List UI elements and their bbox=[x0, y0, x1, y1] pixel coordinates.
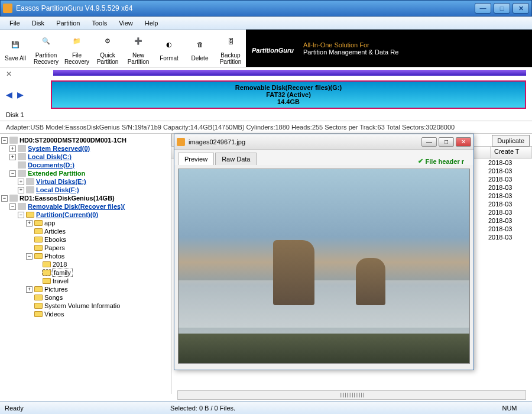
col-created[interactable]: Create T bbox=[491, 147, 532, 158]
tree-subfolder[interactable]: travel bbox=[53, 277, 69, 284]
folder-icon bbox=[34, 220, 43, 226]
folder-icon bbox=[43, 278, 51, 284]
nav-prev-icon[interactable]: ◀ bbox=[6, 90, 12, 99]
tree-vdisks[interactable]: Virtual Disks(E:) bbox=[36, 178, 86, 185]
close-button[interactable]: ✕ bbox=[512, 3, 529, 14]
status-num: NUM bbox=[492, 405, 527, 412]
disk-info-line: Adapter:USB Model:EassosDiskGenius S/N:1… bbox=[0, 121, 532, 134]
format-button[interactable]: ◐Format bbox=[154, 30, 184, 67]
tree-extended[interactable]: Extended Partition bbox=[28, 170, 85, 177]
hdd-icon bbox=[9, 195, 18, 202]
tree-hd0[interactable]: HD0:ST2000DMST2000DM001-1CH bbox=[20, 137, 126, 144]
app-icon bbox=[3, 4, 12, 13]
disk-usage-bar bbox=[53, 70, 526, 76]
backup-partition-button[interactable]: 🗄Backup Partition bbox=[215, 30, 246, 67]
new-partition-button[interactable]: ➕New Partition bbox=[123, 30, 154, 67]
preview-window[interactable]: images0249671.jpg — □ ✕ Preview Raw Data… bbox=[174, 134, 474, 370]
folder-icon bbox=[34, 311, 43, 317]
save-all-icon: 💾 bbox=[6, 35, 25, 54]
preview-titlebar[interactable]: images0249671.jpg — □ ✕ bbox=[174, 134, 473, 150]
partition-box[interactable]: Removable Disk(Recover files)(G:) FAT32 … bbox=[51, 80, 526, 109]
tree-folder[interactable]: app bbox=[44, 219, 55, 227]
preview-tab-preview[interactable]: Preview bbox=[178, 153, 214, 165]
tree-folder[interactable]: Pictures bbox=[44, 286, 68, 293]
duplicate-button[interactable]: Duplicate bbox=[492, 135, 530, 147]
maximize-button[interactable]: □ bbox=[494, 3, 510, 14]
tree-localc[interactable]: Local Disk(C:) bbox=[28, 153, 72, 160]
menu-partition[interactable]: Partition bbox=[50, 18, 86, 28]
tree-subfolder-selected[interactable]: family bbox=[53, 269, 72, 276]
preview-close-button[interactable]: ✕ bbox=[456, 137, 471, 147]
disk-tree[interactable]: −HD0:ST2000DMST2000DM001-1CH +System Res… bbox=[0, 134, 171, 394]
drive-icon bbox=[26, 178, 34, 185]
folder-icon bbox=[34, 303, 43, 309]
partition-recovery-button[interactable]: 🔍Partition Recovery bbox=[31, 30, 61, 67]
disk-visual-area: ✕ ◀ ▶ Removable Disk(Recover files)(G:) … bbox=[0, 67, 532, 121]
horizontal-scrollbar[interactable] bbox=[177, 390, 526, 400]
folder-icon bbox=[34, 286, 43, 292]
drive-icon bbox=[18, 203, 26, 210]
file-recovery-icon: 📁 bbox=[67, 32, 86, 51]
nav-next-icon[interactable]: ▶ bbox=[17, 90, 24, 99]
brand-banner: PartitionGuru All-In-One Solution ForPar… bbox=[246, 30, 532, 67]
menu-file[interactable]: File bbox=[4, 18, 26, 28]
menu-view[interactable]: View bbox=[113, 18, 139, 28]
menu-disk[interactable]: Disk bbox=[26, 18, 50, 28]
backup-icon: 🗄 bbox=[221, 32, 240, 51]
tree-sysres[interactable]: System Reserved(0) bbox=[28, 145, 90, 152]
save-all-button[interactable]: 💾Save All bbox=[0, 30, 31, 67]
menu-tools[interactable]: Tools bbox=[86, 18, 113, 28]
tree-partition-current[interactable]: Partition(Current)(0) bbox=[36, 211, 98, 218]
status-ready: Ready bbox=[5, 405, 170, 412]
tree-rd1[interactable]: RD1:EassosDiskGenius(14GB) bbox=[20, 195, 115, 202]
tree-folder[interactable]: Videos bbox=[44, 310, 64, 318]
folder-icon bbox=[26, 212, 34, 218]
tree-folder[interactable]: Songs bbox=[44, 294, 63, 301]
window-title: Eassos PartitionGuru V4.9.5.529 x64 bbox=[16, 4, 475, 12]
tree-folder[interactable]: System Volume Informatio bbox=[44, 302, 120, 309]
tree-folder[interactable]: Papers bbox=[44, 244, 65, 251]
preview-minimize-button[interactable]: — bbox=[421, 137, 437, 147]
file-header-status: ✔ File header r bbox=[418, 157, 470, 165]
menu-bar: File Disk Partition Tools View Help bbox=[0, 17, 532, 30]
status-bar: Ready Selected: 0 B / 0 Files. NUM bbox=[0, 401, 532, 414]
quick-partition-button[interactable]: ⚙Quick Partition bbox=[92, 30, 123, 67]
format-icon: ◐ bbox=[160, 35, 179, 54]
close-panel-icon[interactable]: ✕ bbox=[6, 70, 12, 78]
drive-icon bbox=[18, 161, 26, 169]
quick-partition-icon: ⚙ bbox=[98, 32, 117, 51]
preview-maximize-button[interactable]: □ bbox=[439, 137, 454, 147]
folder-icon bbox=[34, 237, 43, 242]
expand-icon[interactable]: − bbox=[1, 137, 8, 144]
tree-removable[interactable]: Removable Disk(Recover files)( bbox=[28, 203, 125, 210]
drive-icon bbox=[18, 145, 26, 152]
tree-docs[interactable]: Documents(D:) bbox=[28, 161, 74, 169]
folder-icon bbox=[43, 270, 51, 276]
folder-icon bbox=[34, 228, 43, 234]
check-icon: ✔ bbox=[418, 157, 423, 165]
folder-icon bbox=[34, 253, 43, 259]
preview-tab-rawdata[interactable]: Raw Data bbox=[215, 153, 257, 165]
menu-help[interactable]: Help bbox=[139, 18, 164, 28]
tree-folder-photos[interactable]: Photos bbox=[44, 253, 64, 260]
drive-icon bbox=[18, 170, 26, 177]
status-selected: Selected: 0 B / 0 Files. bbox=[170, 405, 492, 412]
file-recovery-button[interactable]: 📁File Recovery bbox=[61, 30, 92, 67]
tree-subfolder[interactable]: 2018 bbox=[53, 261, 67, 268]
tree-localf[interactable]: Local Disk(F:) bbox=[36, 186, 79, 193]
folder-icon bbox=[34, 245, 43, 251]
drive-icon bbox=[18, 153, 26, 160]
folder-icon bbox=[34, 295, 43, 300]
magnifier-icon: 🔍 bbox=[37, 32, 56, 51]
tree-folder[interactable]: Articles bbox=[44, 228, 66, 235]
drive-icon bbox=[26, 186, 34, 193]
disk-label: Disk 1 bbox=[6, 111, 526, 118]
preview-tabs: Preview Raw Data ✔ File header r bbox=[174, 150, 473, 165]
hdd-icon bbox=[9, 137, 18, 144]
preview-image bbox=[178, 169, 470, 364]
delete-button[interactable]: 🗑Delete bbox=[184, 30, 215, 67]
preview-title: images0249671.jpg bbox=[189, 138, 421, 145]
minimize-button[interactable]: — bbox=[475, 3, 491, 14]
tree-folder[interactable]: Ebooks bbox=[44, 236, 66, 243]
image-icon bbox=[177, 138, 185, 146]
